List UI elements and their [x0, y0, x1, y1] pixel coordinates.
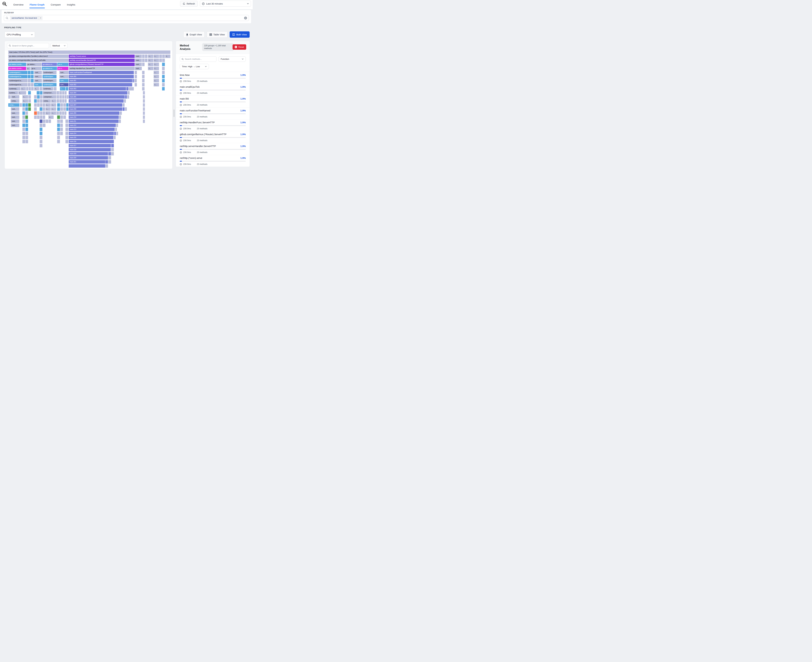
- flame-bar-runtime-pprof-w-[interactable]: runtime/pprof.w...: [8, 83, 27, 87]
- flame-bar[interactable]: [34, 99, 37, 103]
- flame-bar[interactable]: [60, 124, 63, 127]
- flame-bar-r-[interactable]: r...: [45, 108, 51, 111]
- flame-bar-runt-[interactable]: runt...: [135, 63, 142, 66]
- flame-bar-runtime-pprof-w-[interactable]: runtime/pprof.w...: [8, 75, 27, 78]
- flame-bar-runt-[interactable]: runt...: [135, 55, 142, 58]
- flame-bar-main-runfunctiontreenamed[interactable]: main.runFunctionTreeNamed: [69, 71, 134, 74]
- flame-bar[interactable]: [66, 87, 68, 90]
- flame-bar[interactable]: [115, 128, 117, 131]
- flame-bar[interactable]: [63, 116, 66, 119]
- method-list-item[interactable]: main.f001.9%230.0ms23 methods: [176, 96, 250, 108]
- flame-bar[interactable]: [114, 132, 116, 135]
- flame-bar[interactable]: [43, 111, 45, 115]
- flame-bar[interactable]: [26, 140, 28, 143]
- flame-bar-main-f17[interactable]: main.f17: [69, 144, 111, 147]
- flame-bar[interactable]: [22, 136, 25, 139]
- flame-bar[interactable]: [135, 83, 137, 87]
- flame-bar-runt-[interactable]: runt...: [135, 59, 142, 62]
- flame-bar[interactable]: [135, 71, 137, 74]
- flame-bar-main-f06[interactable]: main.f06: [69, 99, 124, 103]
- flame-bar[interactable]: [159, 55, 162, 58]
- flame-bar[interactable]: [34, 95, 37, 99]
- flame-bar-runtime-ppro-[interactable]: runtime/ppro...: [43, 83, 56, 87]
- flame-bar[interactable]: [60, 103, 63, 107]
- both-view-button[interactable]: Both View: [229, 31, 250, 38]
- flame-bar[interactable]: [20, 103, 22, 107]
- time-range-select[interactable]: Last 30 minutes: [200, 1, 251, 6]
- flame-bar-r-[interactable]: r...: [148, 67, 153, 70]
- flame-bar-total-value-570-0ms-cpu-time-self-0ns-cpu-time-[interactable]: total (value: 570.0ms (CPU Time)) (self:…: [8, 50, 170, 54]
- flame-bar[interactable]: [67, 95, 68, 99]
- flame-bar-r-[interactable]: r...: [34, 87, 39, 90]
- flame-bar[interactable]: [60, 119, 63, 123]
- flame-bar[interactable]: [64, 111, 66, 115]
- filter-tag-remove-icon[interactable]: ×: [39, 16, 43, 20]
- flame-bar[interactable]: [135, 75, 137, 78]
- flame-bar-main-f20[interactable]: main.f20: [69, 156, 108, 159]
- flame-bar-main-f11[interactable]: main.f11: [69, 119, 119, 123]
- flame-bar[interactable]: [57, 136, 60, 139]
- flame-bar[interactable]: [57, 128, 60, 131]
- flame-bar-go-a-[interactable]: go.a...: [57, 67, 68, 70]
- flame-bar[interactable]: [28, 91, 31, 95]
- graph-view-button[interactable]: Graph View: [183, 31, 205, 38]
- flame-bar[interactable]: [26, 132, 28, 135]
- flame-bar[interactable]: [22, 119, 25, 123]
- flame-bar-r-[interactable]: r...: [148, 55, 153, 58]
- method-list-item[interactable]: net/http.HandlerFunc.ServeHTTP1.9%230.0m…: [176, 119, 250, 131]
- tab-overview[interactable]: Overview: [13, 0, 24, 9]
- flame-bar[interactable]: [40, 108, 42, 111]
- flame-bar[interactable]: [22, 103, 25, 107]
- flame-bar-main-f08[interactable]: main.f08: [69, 108, 122, 111]
- flame-bar[interactable]: [57, 103, 60, 107]
- flame-bar[interactable]: [162, 71, 165, 74]
- flame-bar-go-atatus-com-agent-profiler-profiler-collect-func2[interactable]: go.atatus.com/agent/profiler.(*profiler)…: [8, 55, 68, 58]
- flame-bar[interactable]: [28, 108, 31, 111]
- flame-bar[interactable]: [28, 75, 30, 78]
- flame-bar-go-atatus-com-a-[interactable]: go.atatus.com/a...: [8, 63, 26, 66]
- flame-bar-github-com-gorilla-mux-router-servehttp[interactable]: github.com/gorilla/mux.(*Router).ServeHT…: [69, 63, 135, 66]
- flame-bar[interactable]: [108, 152, 111, 156]
- flame-bar[interactable]: [25, 108, 28, 111]
- filter-clear-all-icon[interactable]: ×: [244, 16, 247, 19]
- flame-bar-runt-[interactable]: runt...: [59, 83, 68, 87]
- flame-bar[interactable]: [65, 95, 67, 99]
- flame-bar[interactable]: [40, 128, 42, 131]
- method-search-input[interactable]: [185, 58, 215, 60]
- flame-bar-main-f14[interactable]: main.f14: [69, 132, 114, 135]
- flame-bar[interactable]: [57, 124, 60, 127]
- flame-bar-main-f02[interactable]: main.f02: [69, 83, 132, 87]
- flame-bar[interactable]: [143, 111, 145, 115]
- flame-bar-r-[interactable]: r...: [154, 79, 159, 82]
- flame-bar[interactable]: [143, 116, 145, 119]
- flame-bar[interactable]: [57, 119, 60, 123]
- flame-bar[interactable]: [162, 87, 165, 90]
- flame-bar[interactable]: [65, 91, 67, 95]
- flame-bar[interactable]: [57, 108, 60, 111]
- flame-bar[interactable]: [60, 128, 63, 131]
- flame-bar-main-f12[interactable]: main.f12: [69, 124, 116, 127]
- flame-bar[interactable]: [26, 119, 28, 123]
- flame-bar[interactable]: [66, 124, 68, 127]
- flame-bar-compress-[interactable]: compress/...: [43, 95, 56, 99]
- refresh-button[interactable]: Refresh: [180, 1, 197, 6]
- method-list-item[interactable]: net/http.serverHandler.ServeHTTP1.9%230.…: [176, 143, 250, 155]
- flame-bar-r-[interactable]: r...: [154, 75, 159, 78]
- flame-bar[interactable]: [59, 95, 62, 99]
- flame-bar-runtime-ppro-[interactable]: runtime/ppro...: [43, 75, 56, 78]
- flame-bar-runtime-p-[interactable]: runtime/p...: [43, 87, 53, 90]
- flame-bar-runt-[interactable]: runt...: [34, 79, 42, 82]
- flame-bar-t-[interactable]: t...: [165, 55, 170, 58]
- flame-bar[interactable]: [59, 99, 62, 103]
- flame-bar[interactable]: [142, 59, 144, 62]
- flame-bar-runt-[interactable]: runt...: [11, 119, 19, 123]
- flame-bar[interactable]: [123, 108, 125, 111]
- flame-bar[interactable]: [66, 140, 68, 143]
- method-list-item[interactable]: net/http.(*conn).serve1.9%230.0ms23 meth…: [176, 155, 250, 167]
- flame-bar[interactable]: [126, 87, 128, 90]
- flame-bar[interactable]: [29, 95, 31, 99]
- flame-bar[interactable]: [66, 103, 68, 107]
- flame-bar[interactable]: [162, 83, 165, 87]
- flame-bar-runt-[interactable]: runt...: [59, 75, 68, 78]
- flame-bar[interactable]: [143, 91, 145, 95]
